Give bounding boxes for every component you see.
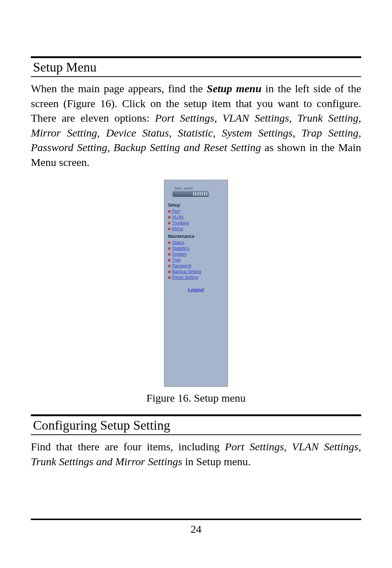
sidebar-item-status[interactable]: Status [164,240,228,246]
screenshot-setup-menu-sidebar: DGS -1024T Setup Port VLAN Trunking Mirr… [164,180,228,387]
bullet-icon [168,271,171,273]
rule-under-heading-2 [31,434,361,435]
sidebar-item-label: VLAN [172,215,183,220]
sidebar-item-label: Backup Setting [172,269,201,274]
section-configuring-setup: Configuring Setup Setting Find that ther… [31,414,361,469]
bullet-icon [168,228,171,230]
page-number: 24 [31,520,361,535]
sidebar-item-vlan[interactable]: VLAN [164,214,228,220]
text-fragment: Find that there are four items, includin… [31,441,225,453]
section-heading-setup-menu: Setup Menu [31,58,361,76]
bullet-icon [168,222,171,224]
bullet-icon [168,242,171,244]
sidebar-item-statistics[interactable]: Statistics [164,246,228,251]
device-image [172,191,209,197]
sidebar-item-password[interactable]: Password [164,263,228,269]
sidebar-item-trap[interactable]: Trap [164,257,228,263]
device-model-label: DGS -1024T [164,180,228,191]
bullet-icon [168,247,171,250]
sidebar-item-label: Password [172,263,191,268]
sidebar-item-label: Port [172,209,180,214]
sidebar-item-system[interactable]: System [164,251,228,257]
bullet-icon [168,210,171,213]
sidebar-section-maintenance: Maintenance [164,232,228,240]
paragraph-configuring: Find that there are four items, includin… [31,439,361,469]
page-footer: 24 [31,519,361,535]
bullet-icon [168,216,171,219]
sidebar-item-port[interactable]: Port [164,208,228,214]
bullet-icon [168,276,171,279]
sidebar-item-label: Trunking [172,220,189,226]
sidebar-item-label: Status [172,240,184,245]
text-fragment: in Setup menu. [182,455,250,467]
text-fragment: When the main page appears, find the [31,82,207,94]
sidebar-item-label: Mirror [172,226,183,231]
rule-under-heading-1 [31,76,361,77]
bullet-icon [168,265,171,267]
figure-setup-menu: DGS -1024T Setup Port VLAN Trunking Mirr… [31,180,361,404]
sidebar-item-trunking[interactable]: Trunking [164,220,228,226]
section-heading-configuring: Configuring Setup Setting [31,416,361,434]
sidebar-item-reset-setting[interactable]: Reset Setting [164,275,228,280]
sidebar-item-label: Trap [172,257,181,263]
bullet-icon [168,259,171,261]
sidebar-section-setup: Setup [164,200,228,208]
figure-caption: Figure 16. Setup menu [31,392,361,404]
sidebar-item-label: System [172,252,187,257]
logout-link[interactable]: Logout [164,280,228,292]
paragraph-setup-menu: When the main page appears, find the Set… [31,81,361,170]
sidebar-item-backup-setting[interactable]: Backup Setting [164,269,228,275]
text-setup-menu-emphasis: Setup menu [207,82,262,94]
sidebar-item-label: Reset Setting [172,275,198,280]
sidebar-item-mirror[interactable]: Mirror [164,226,228,232]
sidebar-item-label: Statistics [172,246,189,251]
page-content: Setup Menu When the main page appears, f… [31,56,361,469]
bullet-icon [168,253,171,256]
